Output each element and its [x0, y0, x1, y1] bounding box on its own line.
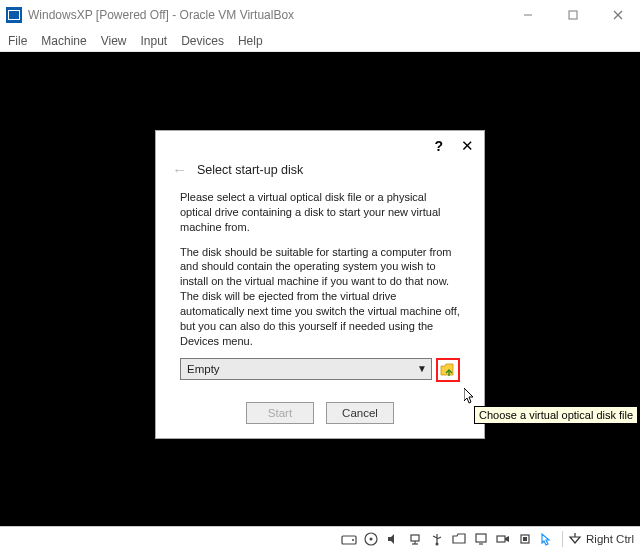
start-button[interactable]: Start: [246, 402, 314, 424]
menu-devices[interactable]: Devices: [181, 34, 224, 48]
dialog-title: Select start-up disk: [197, 163, 303, 177]
hard-disk-icon[interactable]: [339, 530, 359, 548]
window-title: WindowsXP [Powered Off] - Oracle VM Virt…: [28, 8, 505, 22]
svg-line-17: [433, 536, 437, 538]
dialog-paragraph-2: The disk should be suitable for starting…: [180, 245, 460, 349]
virtualbox-icon: [6, 7, 22, 23]
svg-rect-23: [523, 537, 527, 541]
network-icon[interactable]: [405, 530, 425, 548]
choose-disk-file-button[interactable]: [436, 358, 460, 382]
host-key-label: Right Ctrl: [586, 533, 634, 545]
dialog-paragraph-1: Please select a virtual optical disk fil…: [180, 190, 460, 235]
menubar: File Machine View Input Devices Help: [0, 30, 640, 52]
svg-rect-21: [497, 536, 505, 542]
audio-icon[interactable]: [383, 530, 403, 548]
menu-input[interactable]: Input: [141, 34, 168, 48]
usb-icon[interactable]: [427, 530, 447, 548]
combo-value: Empty: [187, 362, 220, 378]
close-button[interactable]: [595, 0, 640, 30]
host-key-indicator[interactable]: Right Ctrl: [568, 532, 634, 546]
window-controls: [505, 0, 640, 30]
menu-file[interactable]: File: [8, 34, 27, 48]
svg-rect-2: [9, 11, 19, 19]
mouse-integration-icon[interactable]: [537, 530, 557, 548]
menu-machine[interactable]: Machine: [41, 34, 86, 48]
svg-line-18: [437, 537, 441, 539]
startup-disk-dialog: ? ✕ ← Select start-up disk Please select…: [155, 130, 485, 439]
svg-rect-4: [569, 11, 577, 19]
dialog-close-button[interactable]: ✕: [461, 137, 474, 155]
display-icon[interactable]: [471, 530, 491, 548]
menu-view[interactable]: View: [101, 34, 127, 48]
disk-select-combo[interactable]: Empty ▼: [180, 358, 432, 380]
back-arrow-icon[interactable]: ←: [172, 161, 187, 178]
processor-icon[interactable]: [515, 530, 535, 548]
chevron-down-icon: ▼: [417, 363, 427, 377]
svg-rect-19: [476, 534, 486, 542]
svg-rect-12: [411, 535, 419, 541]
cursor-icon: [464, 388, 478, 409]
optical-disk-icon[interactable]: [361, 530, 381, 548]
keyboard-icon: [568, 532, 582, 546]
cancel-button[interactable]: Cancel: [326, 402, 394, 424]
minimize-button[interactable]: [505, 0, 550, 30]
window-titlebar: WindowsXP [Powered Off] - Oracle VM Virt…: [0, 0, 640, 30]
shared-folders-icon[interactable]: [449, 530, 469, 548]
svg-point-11: [370, 538, 373, 541]
svg-point-9: [352, 539, 354, 541]
statusbar: Right Ctrl: [0, 526, 640, 551]
recording-icon[interactable]: [493, 530, 513, 548]
maximize-button[interactable]: [550, 0, 595, 30]
menu-help[interactable]: Help: [238, 34, 263, 48]
tooltip: Choose a virtual optical disk file: [474, 406, 638, 424]
help-button[interactable]: ?: [434, 138, 443, 154]
